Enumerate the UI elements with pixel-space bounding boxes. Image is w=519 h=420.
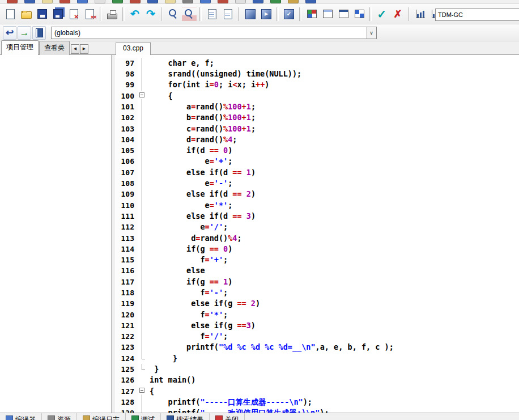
undo-button[interactable]	[127, 7, 142, 22]
code-line: }	[150, 364, 519, 375]
toolbar-separator	[299, 7, 301, 21]
line-number: 100	[115, 91, 134, 101]
chevron-down-icon[interactable]: ∨	[366, 27, 376, 39]
search-results-icon	[167, 415, 174, 420]
line-number: 124	[115, 353, 134, 364]
toolbar-separator	[238, 7, 240, 21]
compile-log-icon	[83, 415, 90, 420]
fold-marker	[138, 342, 147, 353]
panel-tab-class-viewer[interactable]: 查看类	[39, 41, 70, 55]
open-file-button[interactable]	[19, 7, 33, 22]
fold-marker	[138, 69, 147, 79]
fold-marker	[138, 397, 147, 408]
fold-marker	[138, 79, 147, 90]
run-button[interactable]	[259, 7, 274, 22]
editor-tabbar: 03.cpp	[115, 42, 519, 54]
tab-scroll-left-button[interactable]: ◀	[71, 44, 79, 54]
fold-marker	[138, 320, 147, 331]
add-to-project-button[interactable]	[320, 7, 335, 22]
clipped-icon	[42, 0, 53, 3]
compile-button[interactable]	[243, 7, 258, 22]
line-number: 99	[115, 79, 134, 90]
fold-marker	[138, 364, 147, 375]
save-all-button[interactable]	[50, 7, 65, 22]
bottom-tab-debug[interactable]: 调试	[126, 413, 161, 420]
compile-and-run-button[interactable]	[282, 7, 296, 22]
fold-marker	[138, 408, 147, 413]
abort-compilation-button[interactable]	[390, 7, 405, 22]
debug-icon	[131, 415, 139, 420]
compiler-select-value: TDM-GC	[438, 11, 463, 18]
code-line: c=rand()%100+1;	[150, 124, 519, 134]
code-line: char e, f;	[150, 58, 519, 69]
main-toolbar: TDM-GC ▾	[0, 4, 519, 25]
bottom-tab-label: 调试	[141, 415, 155, 420]
profile-analysis-button[interactable]	[413, 7, 428, 22]
goto-implementation-button[interactable]	[18, 26, 31, 40]
fold-marker	[138, 375, 147, 385]
save-button[interactable]	[35, 7, 49, 22]
line-number: 128	[115, 397, 134, 408]
compiler-select[interactable]: TDM-GC ▾	[435, 9, 519, 21]
fold-toggle-icon[interactable]	[138, 386, 147, 397]
tab-row: 项目管理查看类 ◀ ▶ 03.cpp	[0, 41, 519, 55]
app-window: { "top_clipped_row": { "icon_colors": ["…	[0, 0, 519, 420]
bottom-tab-label: 搜索结果	[176, 415, 203, 420]
print-button[interactable]	[105, 7, 120, 22]
code-area[interactable]: char e, f; srand((unsigned) time(NULL));…	[147, 58, 519, 413]
code-line: else	[150, 265, 519, 276]
editor-tab-03cpp[interactable]: 03.cpp	[116, 42, 151, 55]
fold-marker	[138, 244, 147, 254]
code-line: f='/';	[150, 331, 519, 342]
goto-line-button[interactable]	[205, 7, 219, 22]
clipped-icon	[95, 0, 105, 3]
line-number: 121	[115, 320, 134, 331]
redo-button[interactable]	[143, 7, 158, 22]
ide-window: TDM-GC ▾ (globals) ∨ 项目管理查看类 ◀ ▶ 03.cpp …	[0, 0, 519, 420]
line-number: 102	[115, 112, 134, 123]
goto-declaration-button[interactable]	[3, 26, 16, 40]
line-number: 119	[115, 298, 134, 309]
line-number: 122	[115, 331, 134, 342]
bottom-tab-compiler[interactable]: 编译器	[0, 413, 42, 420]
fold-marker	[138, 309, 147, 320]
close-button[interactable]	[66, 7, 81, 22]
code-line: f='+';	[150, 254, 519, 265]
line-number: 129	[115, 408, 134, 413]
code-line: a=rand()%100+1;	[150, 101, 519, 112]
line-number: 114	[115, 244, 134, 254]
line-number: 104	[115, 134, 134, 145]
fold-marker	[138, 353, 147, 364]
find-button[interactable]	[166, 7, 181, 22]
bottom-tab-close[interactable]: 关闭	[210, 413, 245, 420]
compiler-icon	[6, 415, 13, 420]
bottom-tab-search-results[interactable]: 搜索结果	[161, 413, 210, 420]
new-project-button[interactable]	[304, 7, 319, 22]
syntax-check-button[interactable]	[375, 7, 389, 22]
class-browser-button[interactable]	[32, 26, 46, 40]
code-line: printf("-----欢迎使用口算生成器:)\n");	[150, 408, 519, 413]
remove-from-project-button[interactable]	[336, 7, 351, 22]
class-browser-toolbar: (globals) ∨	[0, 24, 519, 41]
bottom-tab-resources[interactable]: 资源	[42, 413, 77, 420]
project-properties-button[interactable]	[352, 7, 367, 22]
tab-scroll-right-button[interactable]: ▶	[80, 44, 88, 54]
fold-toggle-icon[interactable]	[138, 91, 147, 101]
replace-button[interactable]	[182, 7, 197, 22]
code-line: else if(g ==3)	[150, 320, 519, 331]
clipped-icon	[200, 0, 211, 3]
bottom-tab-compile-log[interactable]: 编译日志	[77, 413, 126, 420]
bottom-tab-label: 编译日志	[92, 415, 120, 420]
scope-combobox[interactable]: (globals) ∨	[51, 27, 377, 39]
line-number-gutter: 9798991001011021031041051061071081091101…	[115, 58, 138, 413]
fold-marker	[138, 222, 147, 232]
new-file-button[interactable]	[3, 7, 18, 22]
project-panel[interactable]	[0, 55, 112, 413]
resources-icon	[48, 415, 55, 420]
close-all-button[interactable]	[82, 7, 97, 22]
incremental-search-button[interactable]	[220, 7, 235, 22]
toolbar-separator	[369, 7, 372, 21]
code-line: e='*';	[150, 200, 519, 211]
panel-tab-project-manager[interactable]: 项目管理	[1, 40, 39, 55]
clipped-icon	[112, 0, 123, 3]
